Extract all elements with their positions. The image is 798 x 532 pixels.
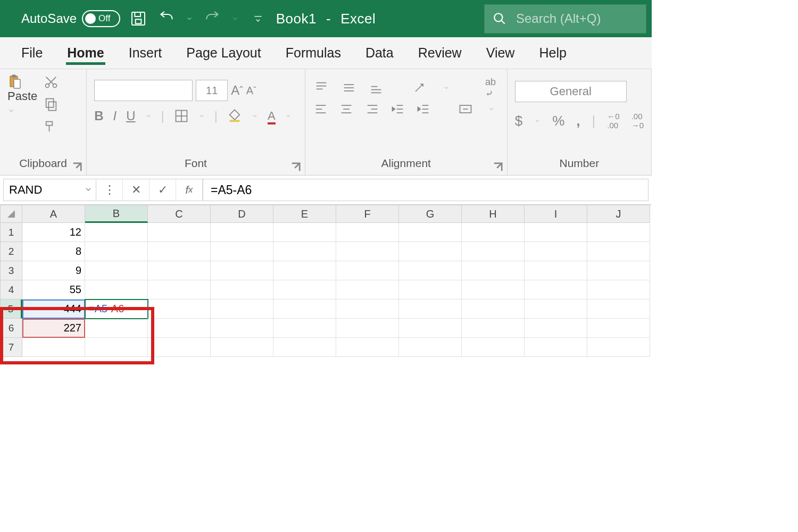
cell-C7[interactable] xyxy=(148,338,211,357)
column-header-G[interactable]: G xyxy=(399,205,462,223)
cell-J3[interactable] xyxy=(587,261,650,280)
row-header-2[interactable]: 2 xyxy=(0,242,22,261)
cell-A2[interactable]: 8 xyxy=(22,242,85,261)
increase-font-icon[interactable]: Aˆ xyxy=(231,83,243,98)
alignment-launcher-icon[interactable] xyxy=(493,162,503,172)
undo-icon[interactable] xyxy=(156,9,177,29)
cell-E1[interactable] xyxy=(273,223,336,242)
search-box[interactable]: Search (Alt+Q) xyxy=(484,4,646,34)
cell-D3[interactable] xyxy=(211,261,273,280)
cut-icon[interactable] xyxy=(44,74,59,89)
tab-help[interactable]: Help xyxy=(538,41,567,65)
cell-J1[interactable] xyxy=(587,223,650,242)
cell-F3[interactable] xyxy=(336,261,399,280)
cell-H6[interactable] xyxy=(462,319,525,338)
cell-I2[interactable] xyxy=(525,242,587,261)
decrease-font-icon[interactable]: Aˇ xyxy=(246,85,256,97)
cell-C3[interactable] xyxy=(148,261,211,280)
cell-D5[interactable] xyxy=(211,300,273,319)
fill-color-icon[interactable] xyxy=(227,109,242,123)
cell-B3[interactable] xyxy=(85,261,148,280)
cell-I7[interactable] xyxy=(525,338,587,357)
align-right-icon[interactable] xyxy=(364,101,380,117)
cell-G6[interactable] xyxy=(399,319,462,338)
tab-formulas[interactable]: Formulas xyxy=(285,41,342,65)
row-header-7[interactable]: 7 xyxy=(0,338,22,357)
insert-function-icon[interactable]: fx xyxy=(176,179,203,201)
select-all-corner[interactable] xyxy=(0,205,22,223)
cell-F5[interactable] xyxy=(336,300,399,319)
font-launcher-icon[interactable] xyxy=(291,162,301,172)
currency-dropdown-icon[interactable] xyxy=(534,113,541,128)
cell-J4[interactable] xyxy=(587,280,650,300)
cell-D2[interactable] xyxy=(211,242,273,261)
cell-J7[interactable] xyxy=(587,338,650,357)
cell-E6[interactable] xyxy=(273,319,336,338)
cell-B4[interactable] xyxy=(85,280,148,300)
row-header-3[interactable]: 3 xyxy=(0,261,22,280)
cell-I3[interactable] xyxy=(525,261,587,280)
cell-F4[interactable] xyxy=(336,280,399,300)
column-header-D[interactable]: D xyxy=(211,205,273,223)
tab-insert[interactable]: Insert xyxy=(128,41,163,65)
cell-J5[interactable] xyxy=(587,300,650,319)
cell-I1[interactable] xyxy=(525,223,587,242)
cell-G1[interactable] xyxy=(399,223,462,242)
tab-file[interactable]: File xyxy=(20,41,44,65)
cell-H1[interactable] xyxy=(462,223,525,242)
cell-H3[interactable] xyxy=(462,261,525,280)
align-center-icon[interactable] xyxy=(338,101,354,117)
comma-icon[interactable]: , xyxy=(576,113,580,129)
cell-H4[interactable] xyxy=(462,280,525,300)
cell-B1[interactable] xyxy=(85,223,148,242)
underline-button[interactable]: U xyxy=(126,109,135,123)
cell-E5[interactable] xyxy=(273,300,336,319)
redo-dropdown-icon[interactable] xyxy=(230,9,240,29)
row-header-6[interactable]: 6 xyxy=(0,319,22,338)
cell-A6[interactable]: 227 xyxy=(22,319,85,338)
tab-home[interactable]: Home xyxy=(66,41,105,65)
tab-review[interactable]: Review xyxy=(417,41,463,65)
cell-H5[interactable] xyxy=(462,300,525,319)
column-header-J[interactable]: J xyxy=(587,205,650,223)
number-format-select[interactable]: General xyxy=(515,81,627,102)
autosave-toggle[interactable]: Off xyxy=(82,10,120,27)
cell-A7[interactable] xyxy=(22,338,85,357)
cell-E3[interactable] xyxy=(273,261,336,280)
qat-customize-icon[interactable] xyxy=(248,9,268,29)
orientation-dropdown-icon[interactable] xyxy=(438,80,455,96)
cell-A3[interactable]: 9 xyxy=(22,261,85,280)
increase-decimal-icon[interactable]: ←0.00 xyxy=(607,112,619,130)
cell-H7[interactable] xyxy=(462,338,525,357)
cell-C5[interactable] xyxy=(148,300,211,319)
paste-dropdown-icon[interactable] xyxy=(7,103,15,118)
cell-D6[interactable] xyxy=(211,319,273,338)
cell-D1[interactable] xyxy=(211,223,273,242)
cell-G5[interactable] xyxy=(399,300,462,319)
font-color-dropdown-icon[interactable] xyxy=(285,109,292,123)
cell-G3[interactable] xyxy=(399,261,462,280)
column-header-H[interactable]: H xyxy=(462,205,525,223)
increase-indent-icon[interactable] xyxy=(415,101,431,117)
cell-C4[interactable] xyxy=(148,280,211,300)
cell-C6[interactable] xyxy=(148,319,211,338)
cell-I5[interactable] xyxy=(525,300,587,319)
decrease-decimal-icon[interactable]: .00→0 xyxy=(631,112,644,130)
cell-F7[interactable] xyxy=(336,338,399,357)
clipboard-launcher-icon[interactable] xyxy=(72,162,82,172)
cell-C1[interactable] xyxy=(148,223,211,242)
align-left-icon[interactable] xyxy=(313,101,329,117)
row-header-5[interactable]: 5 xyxy=(0,300,22,319)
wrap-text-icon[interactable]: ab⤶ xyxy=(481,80,499,96)
column-header-A[interactable]: A xyxy=(22,205,85,223)
percent-icon[interactable]: % xyxy=(552,113,564,129)
cell-B6[interactable] xyxy=(85,319,148,338)
orientation-icon[interactable] xyxy=(410,80,428,96)
column-header-B[interactable]: B xyxy=(85,205,148,223)
copy-icon[interactable] xyxy=(44,97,59,112)
cell-F2[interactable] xyxy=(336,242,399,261)
column-header-C[interactable]: C xyxy=(148,205,211,223)
align-top-icon[interactable] xyxy=(313,80,330,96)
cell-A4[interactable]: 55 xyxy=(22,280,85,300)
name-box[interactable]: RAND xyxy=(3,179,96,201)
